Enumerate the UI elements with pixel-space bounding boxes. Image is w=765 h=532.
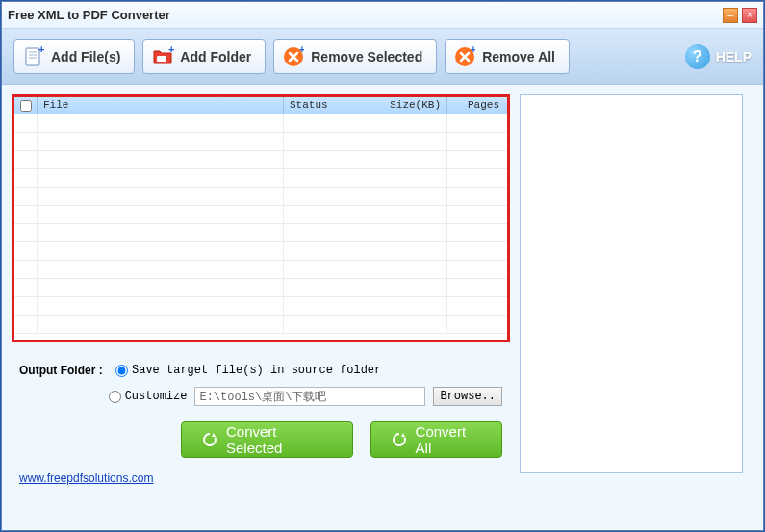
output-path-input[interactable] [194, 387, 425, 406]
preview-panel [520, 94, 743, 473]
convert-selected-button[interactable]: Convert Selected [181, 421, 353, 458]
table-body [14, 114, 507, 334]
browse-button[interactable]: Browse.. [433, 387, 502, 406]
table-row [14, 261, 507, 279]
help-button[interactable]: ? HELP [685, 44, 752, 69]
add-folder-label: Add Folder [180, 49, 251, 64]
save-source-radio[interactable] [115, 365, 128, 377]
output-folder-label: Output Folder : [19, 364, 108, 377]
remove-all-label: Remove All [482, 49, 555, 64]
table-header: File Status Size(KB) Pages [14, 97, 507, 114]
save-source-label: Save target file(s) in source folder [132, 364, 381, 377]
save-source-radio-row[interactable]: Save target file(s) in source folder [115, 364, 381, 377]
body-area: File Status Size(KB) Pages [2, 85, 763, 504]
add-files-label: Add File(s) [51, 49, 120, 64]
table-row [14, 242, 507, 261]
remove-all-x-icon: + [453, 45, 476, 68]
footer-link[interactable]: www.freepdfsolutions.com [19, 471, 502, 485]
table-row [14, 297, 507, 316]
svg-text:+: + [299, 46, 304, 55]
svg-text:+: + [471, 46, 475, 55]
convert-row: Convert Selected Convert All [181, 421, 502, 458]
help-icon: ? [685, 44, 710, 69]
table-row [14, 206, 507, 224]
table-row [14, 224, 507, 242]
window-title: Free XML to PDF Converter [8, 8, 723, 22]
remove-all-button[interactable]: + Remove All [445, 39, 570, 74]
table-row [14, 151, 507, 169]
table-row [14, 316, 507, 334]
help-label: HELP [716, 49, 752, 64]
convert-icon [201, 431, 218, 448]
header-checkbox-cell [14, 97, 38, 114]
header-pages[interactable]: Pages [447, 97, 507, 114]
customize-label: Customize [125, 390, 188, 403]
document-plus-icon: + [22, 45, 45, 68]
titlebar-controls: – × [723, 8, 757, 23]
svg-text:+: + [38, 45, 44, 55]
left-panel: File Status Size(KB) Pages [12, 94, 510, 494]
titlebar: Free XML to PDF Converter – × [2, 2, 763, 29]
convert-all-label: Convert All [416, 423, 482, 456]
remove-selected-button[interactable]: + Remove Selected [273, 39, 437, 74]
table-row [14, 114, 507, 133]
app-window: Free XML to PDF Converter – × + Add File… [1, 1, 764, 531]
convert-all-button[interactable]: Convert All [370, 421, 502, 458]
convert-all-icon [391, 431, 408, 448]
output-panel: Output Folder : Save target file(s) in s… [12, 360, 510, 494]
header-status[interactable]: Status [284, 97, 370, 114]
file-table: File Status Size(KB) Pages [12, 94, 510, 342]
table-row [14, 279, 507, 297]
add-files-button[interactable]: + Add File(s) [13, 39, 135, 74]
close-button[interactable]: × [742, 8, 757, 23]
remove-selected-label: Remove Selected [311, 49, 422, 64]
table-row [14, 169, 507, 188]
customize-radio-row[interactable]: Customize [109, 390, 188, 403]
remove-x-icon: + [282, 45, 305, 68]
header-file[interactable]: File [38, 97, 284, 114]
header-size[interactable]: Size(KB) [370, 97, 447, 114]
svg-rect-0 [26, 48, 39, 65]
table-row [14, 133, 507, 151]
svg-rect-5 [157, 56, 166, 62]
minimize-button[interactable]: – [723, 8, 738, 23]
customize-radio[interactable] [109, 391, 121, 403]
folder-plus-icon: + [151, 45, 174, 68]
table-row [14, 188, 507, 206]
add-folder-button[interactable]: + Add Folder [142, 39, 266, 74]
select-all-checkbox[interactable] [20, 100, 32, 112]
svg-text:+: + [168, 45, 174, 55]
toolbar: + Add File(s) + Add Folder + Remove Sele… [2, 29, 763, 85]
convert-selected-label: Convert Selected [226, 423, 333, 456]
